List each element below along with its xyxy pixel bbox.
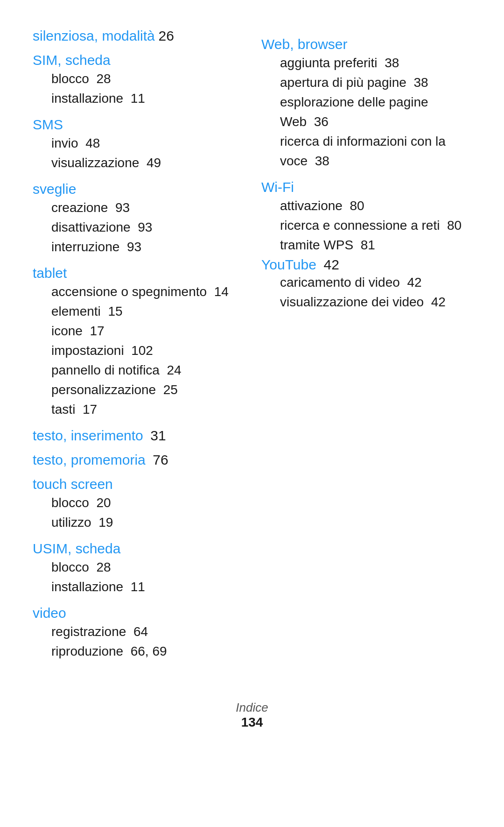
sub-usim-installazione: installazione 11 (33, 577, 243, 597)
sub-tablet-pannello: pannello di notifica 24 (33, 360, 243, 380)
sub-touch-utilizzo: utilizzo 19 (33, 513, 243, 532)
sub-web-ricerca: ricerca di informazioni con la voce 38 (261, 132, 471, 171)
sub-sveglie-interruzione: interruzione 93 (33, 237, 243, 257)
number-testo-inserimento: 31 (150, 428, 166, 443)
sub-tablet-elementi: elementi 15 (33, 302, 243, 321)
heading-wifi: Wi-Fi (261, 179, 471, 195)
sub-wifi-wps: tramite WPS 81 (261, 235, 471, 255)
footer-label: Indice (236, 700, 268, 714)
heading-youtube: YouTube (261, 257, 316, 272)
number-testo-promemoria: 76 (153, 452, 168, 467)
sub-wifi-attivazione: attivazione 80 (261, 196, 471, 216)
heading-usim: USIM, scheda (33, 541, 243, 557)
heading-tablet: tablet (33, 265, 243, 281)
entry-tablet: tablet accensione o spegnimento 14 eleme… (33, 265, 243, 419)
sub-sim-installazione: installazione 11 (33, 89, 243, 108)
page-number: 134 (33, 715, 471, 730)
sub-youtube-caricamento: caricamento di video 42 (261, 273, 471, 292)
sub-tablet-impostazioni: impostazioni 102 (33, 341, 243, 360)
right-column: Web, browser aggiunta preferiti 38 apert… (261, 28, 471, 663)
number-youtube: 42 (323, 257, 339, 272)
left-column: silenziosa, modalità 26 SIM, scheda bloc… (33, 28, 243, 663)
sub-usim-blocco: blocco 28 (33, 558, 243, 577)
sub-sms-invio: invio 48 (33, 134, 243, 153)
sub-youtube-visualizzazione: visualizzazione dei video 42 (261, 292, 471, 312)
entry-sms: SMS invio 48 visualizzazione 49 (33, 117, 243, 173)
sub-sim-blocco: blocco 28 (33, 69, 243, 89)
sub-sms-visualizzazione: visualizzazione 49 (33, 153, 243, 173)
heading-video: video (33, 605, 243, 621)
sub-tablet-accensione: accensione o spegnimento 14 (33, 282, 243, 302)
heading-touch-screen: touch screen (33, 476, 243, 492)
heading-web-browser: Web, browser (261, 36, 471, 52)
entry-wifi: Wi-Fi attivazione 80 ricerca e connessio… (261, 179, 471, 255)
entry-silenziosa: silenziosa, modalità 26 (33, 28, 243, 44)
entry-testo-inserimento: testo, inserimento 31 (33, 428, 243, 444)
sub-video-registrazione: registrazione 64 (33, 622, 243, 642)
heading-silenziosa: silenziosa, modalità (33, 28, 155, 43)
sub-tablet-icone: icone 17 (33, 321, 243, 341)
sub-sveglie-disattivazione: disattivazione 93 (33, 218, 243, 237)
heading-sveglie: sveglie (33, 181, 243, 197)
entry-web-browser: Web, browser aggiunta preferiti 38 apert… (261, 36, 471, 171)
entry-sveglie: sveglie creazione 93 disattivazione 93 i… (33, 181, 243, 257)
sub-tablet-personalizzazione: personalizzazione 25 (33, 380, 243, 400)
entry-video: video registrazione 64 riproduzione 66, … (33, 605, 243, 661)
entry-sim: SIM, scheda blocco 28 installazione 11 (33, 52, 243, 108)
sub-web-apertura: apertura di più pagine 38 (261, 73, 471, 92)
page-footer: Indice 134 (33, 700, 471, 730)
heading-sms: SMS (33, 117, 243, 133)
heading-testo-inserimento: testo, inserimento (33, 428, 143, 443)
sub-tablet-tasti: tasti 17 (33, 400, 243, 419)
sub-sveglie-creazione: creazione 93 (33, 198, 243, 218)
heading-testo-promemoria: testo, promemoria (33, 452, 146, 467)
sub-wifi-ricerca: ricerca e connessione a reti 80 (261, 216, 471, 235)
number-silenziosa: 26 (159, 28, 174, 43)
entry-usim: USIM, scheda blocco 28 installazione 11 (33, 541, 243, 597)
sub-web-esplorazione: esplorazione delle pagine Web 36 (261, 92, 471, 132)
sub-video-riproduzione: riproduzione 66, 69 (33, 642, 243, 661)
sub-web-aggiunta: aggiunta preferiti 38 (261, 53, 471, 73)
index-content: silenziosa, modalità 26 SIM, scheda bloc… (33, 28, 471, 663)
entry-youtube: YouTube 42 caricamento di video 42 visua… (261, 257, 471, 312)
heading-sim: SIM, scheda (33, 52, 243, 68)
entry-testo-promemoria: testo, promemoria 76 (33, 452, 243, 468)
entry-touch-screen: touch screen blocco 20 utilizzo 19 (33, 476, 243, 532)
sub-touch-blocco: blocco 20 (33, 493, 243, 513)
